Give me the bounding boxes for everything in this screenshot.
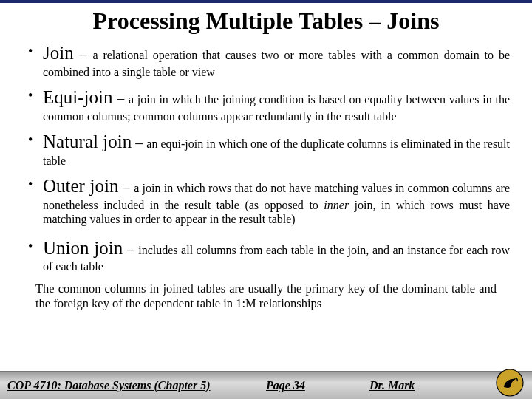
term-item-union-join: Union join – includes all columns from e… [27, 237, 510, 274]
slide-title: Processing Multiple Tables – Joins [22, 7, 510, 35]
term-dash: – [132, 134, 146, 151]
terms-list: Join – a relational operation that cause… [22, 42, 510, 274]
term-def-em: inner [324, 199, 349, 211]
footer-course: COP 4710: Database Systems (Chapter 5) [0, 379, 266, 392]
slide-footer: COP 4710: Database Systems (Chapter 5) P… [0, 371, 532, 399]
footer-author: Dr. Mark [369, 379, 415, 392]
term-label: Union join [43, 238, 123, 258]
term-label: Join [43, 43, 74, 63]
closing-note: The common columns in joined tables are … [22, 282, 510, 311]
term-item-natural-join: Natural join – an equi-join in which one… [27, 131, 510, 168]
term-label: Natural join [43, 132, 132, 151]
term-item-join: Join – a relational operation that cause… [27, 42, 510, 79]
term-label: Equi-join [43, 87, 112, 107]
footer-page: Page 34 [266, 379, 369, 392]
term-def: a relational operation that causes two o… [43, 49, 510, 78]
term-dash: – [118, 179, 134, 195]
ucf-pegasus-logo-icon [495, 368, 525, 398]
term-item-equi-join: Equi-join – a join in which the joining … [27, 86, 510, 123]
term-dash: – [74, 46, 93, 62]
term-label: Outer join [43, 176, 118, 196]
slide-body: Processing Multiple Tables – Joins Join … [0, 3, 532, 311]
term-item-outer-join: Outer join – a join in which rows that d… [27, 175, 510, 227]
term-dash: – [112, 90, 129, 106]
term-dash: – [123, 241, 138, 257]
